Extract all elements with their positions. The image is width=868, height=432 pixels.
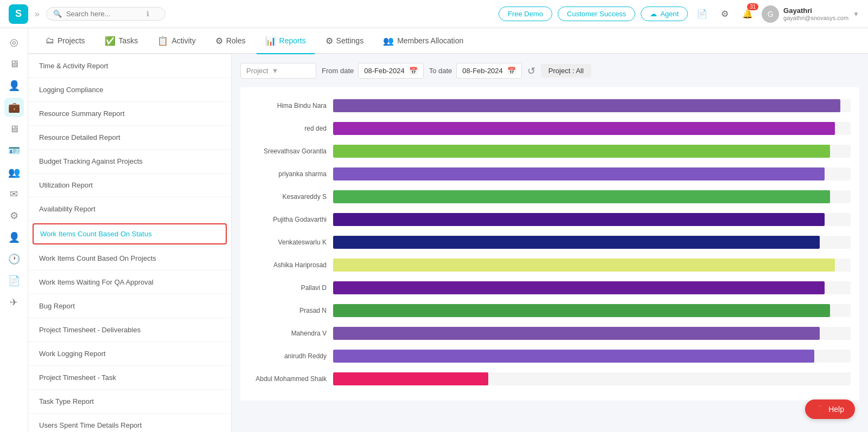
sidebar-item-send[interactable]: ✈ (4, 293, 24, 312)
info-icon: ℹ (146, 10, 149, 18)
report-item-resource-summary[interactable]: Resource Summary Report (28, 102, 231, 126)
to-date-input[interactable]: 08-Feb-2024 📅 (456, 63, 521, 79)
chart-bar (333, 350, 814, 363)
reports-tab-icon: 📊 (265, 36, 276, 46)
layout: ◎ 🖥 👤 💼 🖥 🪪 👥 ✉ ⚙ 👤 🕐 📄 ✈ 🗂 Projects ✅ T… (0, 28, 868, 432)
sidebar-item-person[interactable]: 👤 (4, 228, 24, 247)
tasks-tab-icon: ✅ (105, 36, 116, 46)
agent-button[interactable]: ☁ Agent (641, 7, 688, 21)
notification-icon[interactable]: 🔔 31 (739, 5, 756, 23)
chart-bar (333, 304, 830, 317)
chart-bar (333, 327, 820, 340)
sidebar-item-clock[interactable]: 🕐 (4, 249, 24, 269)
report-item-availability[interactable]: Availability Report (28, 197, 231, 221)
report-item-users-spent-time[interactable]: Users Spent Time Details Report (28, 414, 231, 432)
report-item-bug-report[interactable]: Bug Report (28, 294, 231, 318)
main-content: 🗂 Projects ✅ Tasks 📋 Activity ⚙ Roles 📊 … (28, 28, 868, 432)
chart-bar (333, 122, 835, 135)
sidebar-item-report[interactable]: 📄 (4, 271, 24, 291)
report-item-task-type[interactable]: Task Type Report (28, 390, 231, 414)
roles-tab-icon: ⚙ (215, 36, 223, 46)
avatar: G (762, 5, 779, 23)
chart-label: Prasad N (249, 307, 333, 314)
sidebar-item-mail[interactable]: ✉ (4, 184, 24, 204)
report-item-resource-detailed[interactable]: Resource Detailed Report (28, 126, 231, 150)
projects-tab-icon: 🗂 (46, 36, 54, 46)
from-date-group: From date 08-Feb-2024 📅 (322, 63, 424, 79)
sidebar-item-card[interactable]: 🪪 (4, 141, 24, 160)
chart-label: Ashika Hariprosad (249, 261, 333, 269)
chart-label: priyanka sharma (249, 170, 333, 178)
report-item-work-items-qa[interactable]: Work Items Waiting For QA Approval (28, 270, 231, 294)
sidebar-item-dashboard[interactable]: ◎ (4, 33, 24, 52)
report-item-work-items-projects[interactable]: Work Items Count Based On Projects (28, 247, 231, 270)
reset-button[interactable]: ↺ (527, 65, 535, 77)
filter-bar: Project ▼ From date 08-Feb-2024 📅 To dat… (240, 63, 859, 79)
report-item-work-logging[interactable]: Work Logging Report (28, 342, 231, 366)
settings-tab-icon: ⚙ (326, 36, 333, 46)
report-item-work-items-status[interactable]: Work Items Count Based On Status (33, 223, 227, 244)
tab-activity[interactable]: 📋 Activity (149, 28, 204, 54)
chart-bar-container (333, 236, 851, 249)
sidebar-item-gear[interactable]: ⚙ (4, 206, 24, 225)
search-input[interactable] (66, 10, 142, 18)
chart-row: Abdul Mohammed Shaik (249, 369, 851, 389)
chart-bar-container (333, 259, 851, 272)
chart-row: Prasad N (249, 301, 851, 320)
search-icon: 🔍 (53, 10, 62, 18)
sidebar-item-desktop[interactable]: 🖥 (4, 119, 24, 139)
chart-row: Mahendra V (249, 324, 851, 343)
chart-label: Venkateswarlu K (249, 238, 333, 246)
chart-bar-container (333, 213, 851, 226)
sidebar-item-monitor[interactable]: 🖥 (4, 54, 24, 74)
nav-tabs: 🗂 Projects ✅ Tasks 📋 Activity ⚙ Roles 📊 … (28, 28, 868, 54)
chart-row: Ashika Hariprosad (249, 255, 851, 275)
help-icon: ❓ (816, 405, 825, 414)
report-item-utilization[interactable]: Utilization Report (28, 173, 231, 197)
settings-icon[interactable]: ⚙ (716, 5, 733, 23)
chart-bar-container (333, 327, 851, 340)
sidebar-item-group[interactable]: 👥 (4, 163, 24, 182)
tab-members[interactable]: 👥 Members Allocation (374, 28, 472, 54)
expand-icon[interactable]: » (35, 9, 40, 19)
chart-bar-container (333, 99, 851, 112)
tab-reports[interactable]: 📊 Reports (257, 28, 315, 54)
customer-success-button[interactable]: Customer Success (558, 7, 635, 21)
project-badge: Project : All (541, 64, 591, 78)
report-item-logging-compliance[interactable]: Logging Compliance (28, 78, 231, 102)
user-profile[interactable]: G Gayathri gayathri@snovasys.com ▼ (762, 5, 859, 23)
report-item-project-timesheet-task[interactable]: Project Timesheet - Task (28, 366, 231, 390)
from-date-input[interactable]: 08-Feb-2024 📅 (358, 63, 423, 79)
content-area: Time & Activity Report Logging Complianc… (28, 54, 868, 432)
from-date-value: 08-Feb-2024 (364, 67, 404, 75)
project-filter-label: Project (246, 67, 268, 75)
chart-row: Hima Bindu Nara (249, 96, 851, 115)
tab-tasks[interactable]: ✅ Tasks (96, 28, 147, 54)
user-email: gayathri@snovasys.com (783, 15, 848, 21)
chart-bar (333, 167, 825, 180)
chart-label: Kesavareddy S (249, 193, 333, 201)
project-filter[interactable]: Project ▼ (240, 63, 316, 79)
chart-label: Abdul Mohammed Shaik (249, 375, 333, 383)
document-icon[interactable]: 📄 (693, 5, 711, 23)
report-item-time-activity[interactable]: Time & Activity Report (28, 54, 231, 78)
calendar-icon: 📅 (409, 67, 418, 75)
tab-settings[interactable]: ⚙ Settings (317, 28, 373, 54)
free-demo-button[interactable]: Free Demo (499, 7, 552, 21)
report-item-project-timesheet-deliverables[interactable]: Project Timesheet - Deliverables (28, 318, 231, 342)
search-bar[interactable]: 🔍 ℹ (46, 7, 165, 21)
agent-icon: ☁ (650, 10, 657, 18)
sidebar-item-briefcase[interactable]: 💼 (4, 98, 24, 117)
chart-bar-container (333, 190, 851, 203)
tab-roles[interactable]: ⚙ Roles (207, 28, 254, 54)
chart-label: red ded (249, 125, 333, 132)
to-date-value: 08-Feb-2024 (462, 67, 502, 75)
chart-row: priyanka sharma (249, 164, 851, 184)
sidebar-item-user[interactable]: 👤 (4, 76, 24, 95)
chart-bar-container (333, 281, 851, 294)
chart-bar-container (333, 304, 851, 317)
tab-projects[interactable]: 🗂 Projects (37, 28, 94, 54)
calendar-icon-2: 📅 (507, 67, 516, 75)
help-button[interactable]: ❓ Help (805, 399, 855, 419)
report-item-budget-tracking[interactable]: Budget Tracking Against Projects (28, 150, 231, 173)
